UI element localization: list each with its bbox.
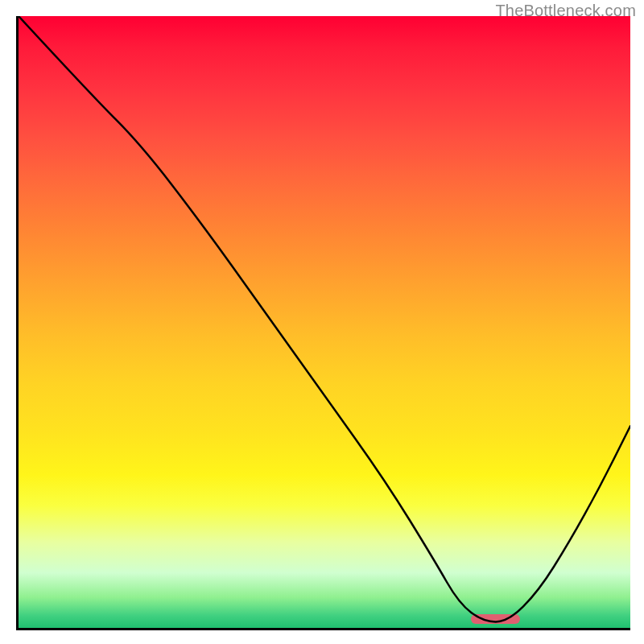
bottleneck-curve xyxy=(19,16,630,628)
chart-container: TheBottleneck.com xyxy=(0,0,644,644)
plot-area xyxy=(16,16,630,630)
